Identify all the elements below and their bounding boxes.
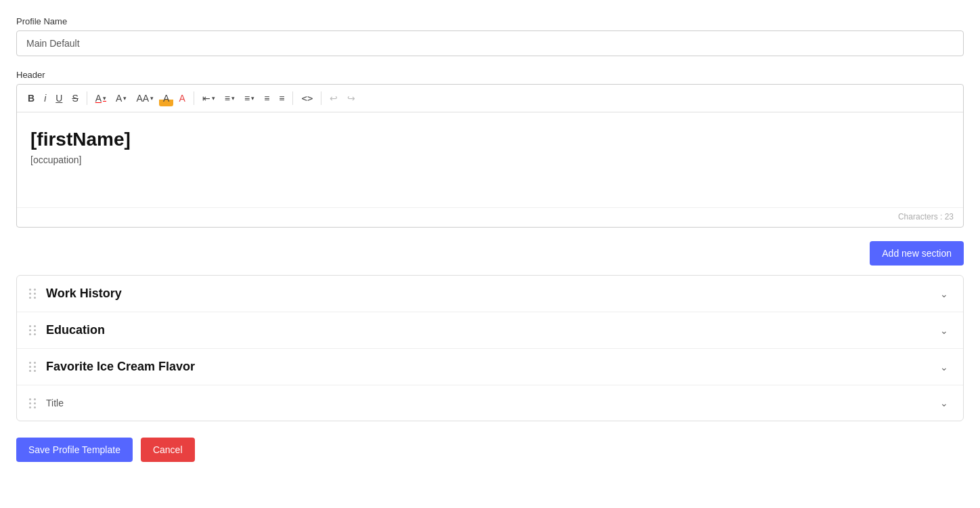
drag-dot <box>34 366 36 368</box>
drag-handle-title[interactable] <box>29 398 37 408</box>
chevron-tiny-2: ▾ <box>123 95 127 102</box>
code-icon: <> <box>301 93 313 104</box>
highlight-label: A <box>163 93 169 104</box>
editor-content-area[interactable]: [firstName] [occupation] <box>17 112 963 207</box>
redo-button[interactable]: ↪ <box>343 90 359 106</box>
editor-firstname: [firstName] <box>30 129 950 150</box>
indent-button[interactable]: ≡ <box>260 90 273 106</box>
italic-button[interactable]: i <box>40 90 50 106</box>
align-button[interactable]: ⇤ ▾ <box>198 90 219 106</box>
drag-dot <box>34 398 36 400</box>
editor-occupation: [occupation] <box>30 154 950 165</box>
header-label: Header <box>16 70 964 80</box>
sections-container: Work History ⌄ Education ⌄ Favorite Ice … <box>16 275 964 421</box>
chevron-tiny-5: ▾ <box>231 95 235 102</box>
toolbar-sep-1 <box>87 91 87 105</box>
drag-dot <box>29 402 31 404</box>
chevron-education[interactable]: ⌄ <box>937 324 951 337</box>
profile-name-input[interactable] <box>16 30 964 56</box>
drag-dot <box>29 289 31 291</box>
drag-dot <box>34 362 36 364</box>
undo-icon: ↩ <box>330 93 338 104</box>
toolbar-sep-3 <box>292 91 293 105</box>
font-color-2-button[interactable]: A <box>175 90 189 106</box>
font-highlight-button[interactable]: A <box>159 90 173 106</box>
font-color-icon: A <box>95 93 102 104</box>
font-size-button[interactable]: A ▾ <box>112 90 131 106</box>
bold-button[interactable]: B <box>24 90 39 106</box>
strikethrough-button[interactable]: S <box>68 90 82 106</box>
drag-dot <box>34 293 36 295</box>
editor-toolbar: B i U S A ▾ A ▾ AA ▾ A A ⇤ ▾ ≡ ▾ <box>17 85 963 112</box>
font-size-2-button[interactable]: AA ▾ <box>132 90 158 106</box>
chevron-work-history[interactable]: ⌄ <box>937 287 951 301</box>
toolbar-sep-4 <box>321 91 321 105</box>
profile-name-label: Profile Name <box>16 16 964 26</box>
drag-dot <box>29 362 31 364</box>
font-size-2-label: AA <box>136 93 149 104</box>
toolbar-sep-2 <box>194 91 194 105</box>
section-item-work-history: Work History ⌄ <box>17 276 963 312</box>
code-button[interactable]: <> <box>297 90 317 106</box>
cancel-button[interactable]: Cancel <box>141 438 195 462</box>
drag-dot <box>29 366 31 368</box>
section-label-education: Education <box>46 323 928 337</box>
drag-dot <box>29 325 31 327</box>
chevron-tiny-4: ▾ <box>212 95 215 102</box>
section-label-work-history: Work History <box>46 287 928 301</box>
drag-dot <box>34 289 36 291</box>
drag-handle-education[interactable] <box>29 325 37 335</box>
drag-dot <box>29 398 31 400</box>
drag-dot <box>29 329 31 331</box>
drag-dot <box>29 370 31 372</box>
header-editor: B i U S A ▾ A ▾ AA ▾ A A ⇤ ▾ ≡ ▾ <box>16 84 964 228</box>
chevron-tiny-3: ▾ <box>150 95 154 102</box>
ordered-list-icon: ≡ <box>225 93 230 104</box>
drag-dot <box>29 406 31 408</box>
section-item-title: Title ⌄ <box>17 385 963 421</box>
drag-dot <box>34 297 36 299</box>
chevron-ice-cream[interactable]: ⌄ <box>937 360 951 374</box>
add-section-row: Add new section <box>16 241 964 266</box>
section-label-ice-cream: Favorite Ice Cream Flavor <box>46 360 928 374</box>
ordered-list-button[interactable]: ≡ ▾ <box>221 90 239 106</box>
section-item-ice-cream: Favorite Ice Cream Flavor ⌄ <box>17 349 963 385</box>
save-profile-template-button[interactable]: Save Profile Template <box>16 438 133 462</box>
align-icon: ⇤ <box>202 93 210 104</box>
drag-dot <box>34 333 36 335</box>
drag-dot <box>29 293 31 295</box>
drag-handle-work-history[interactable] <box>29 289 37 299</box>
undo-button[interactable]: ↩ <box>326 90 342 106</box>
font-color-button[interactable]: A ▾ <box>91 90 110 106</box>
outdent-icon: ≡ <box>279 93 284 104</box>
drag-handle-ice-cream[interactable] <box>29 362 37 372</box>
drag-dot <box>34 329 36 331</box>
font-size-label: A <box>116 93 122 104</box>
section-item-education: Education ⌄ <box>17 312 963 349</box>
unordered-list-icon: ≡ <box>244 93 250 104</box>
bottom-actions: Save Profile Template Cancel <box>16 438 964 462</box>
chevron-tiny-1: ▾ <box>103 95 106 102</box>
add-section-button[interactable]: Add new section <box>870 241 964 266</box>
chevron-tiny-6: ▾ <box>251 95 254 102</box>
redo-icon: ↪ <box>347 93 355 104</box>
chevron-title[interactable]: ⌄ <box>937 396 951 410</box>
drag-dot <box>34 402 36 404</box>
drag-dot <box>29 297 31 299</box>
unordered-list-button[interactable]: ≡ ▾ <box>240 90 259 106</box>
outdent-button[interactable]: ≡ <box>275 90 288 106</box>
drag-dot <box>29 333 31 335</box>
section-label-title: Title <box>46 398 928 408</box>
drag-dot <box>34 406 36 408</box>
underline-button[interactable]: U <box>51 90 66 106</box>
indent-icon: ≡ <box>264 93 269 104</box>
font-color-2-label: A <box>179 93 185 104</box>
char-count: Characters : 23 <box>17 207 963 227</box>
drag-dot <box>34 370 36 372</box>
drag-dot <box>34 325 36 327</box>
